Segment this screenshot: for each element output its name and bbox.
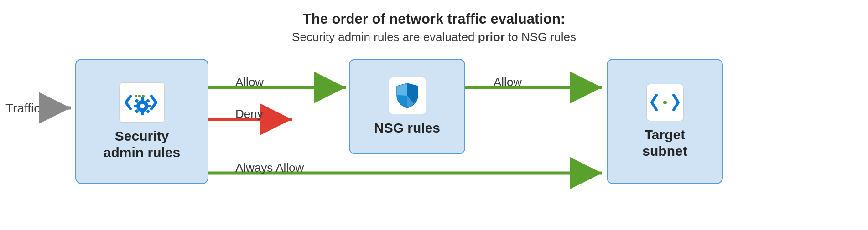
traffic-label: Traffic [5, 101, 40, 116]
security-admin-icon-card [119, 82, 165, 123]
diagram-subtitle: Security admin rules are evaluated prior… [0, 30, 868, 44]
label-deny: Deny [235, 107, 263, 121]
svg-point-0 [135, 95, 137, 97]
svg-point-2 [142, 95, 145, 97]
shield-icon [394, 82, 421, 110]
nsg-label: NSG rules [374, 120, 440, 136]
security-admin-label: Security admin rules [104, 128, 180, 161]
svg-point-13 [663, 101, 667, 104]
svg-rect-5 [141, 97, 144, 101]
subtitle-bold: prior [478, 30, 505, 44]
subtitle-text-after: to NSG rules [505, 30, 576, 44]
label-allow-2: Allow [494, 75, 522, 89]
target-label: Target subnet [642, 127, 687, 159]
svg-rect-6 [141, 111, 144, 115]
node-nsg-rules: NSG rules [349, 59, 465, 154]
subnet-icon [650, 90, 680, 115]
svg-point-4 [140, 104, 145, 108]
target-icon-card [646, 84, 684, 121]
node-target-subnet: Target subnet [607, 59, 723, 184]
label-always-allow: Always Allow [235, 161, 304, 175]
label-allow-1: Allow [235, 75, 264, 89]
diagram-canvas: Traffic [0, 53, 868, 226]
nsg-icon-card [389, 77, 426, 114]
node-security-admin-rules: Security admin rules [75, 59, 208, 184]
svg-rect-7 [134, 105, 137, 107]
diagram-title: The order of network traffic evaluation: [0, 11, 868, 27]
subtitle-text-before: Security admin rules are evaluated [292, 30, 478, 44]
svg-point-1 [138, 95, 141, 97]
diagram-header: The order of network traffic evaluation:… [0, 0, 868, 44]
svg-rect-8 [147, 105, 151, 107]
network-gear-icon [124, 87, 160, 118]
